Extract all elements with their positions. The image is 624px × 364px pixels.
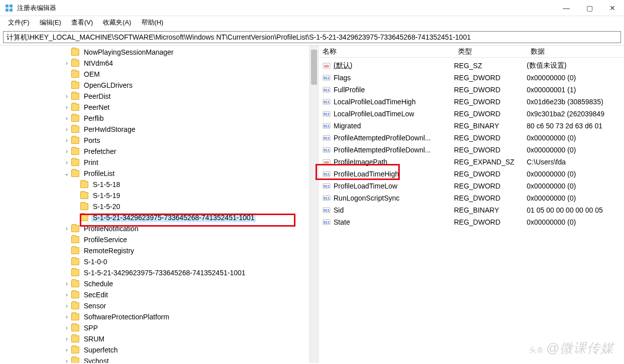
folder-icon	[71, 346, 79, 353]
tree-node[interactable]: S-1-5-18	[0, 179, 309, 190]
value-row[interactable]: 011SidREG_BINARY01 05 00 00 00 00 00 05	[319, 204, 624, 216]
watermark: 头条@微课传媒	[529, 339, 614, 357]
chevron-right-icon[interactable]: ›	[63, 104, 70, 111]
chevron-right-icon[interactable]: ›	[63, 302, 70, 309]
chevron-right-icon[interactable]: ›	[63, 137, 70, 144]
tree-node[interactable]: ›PeerDist	[0, 91, 309, 102]
main-content: NowPlayingSessionManager›NtVdm64OEMOpenG…	[0, 45, 624, 363]
value-row[interactable]: 011MigratedREG_BINARY80 c6 50 73 2d 63 d…	[319, 120, 624, 132]
menu-help[interactable]: 帮助(H)	[136, 17, 169, 28]
close-button[interactable]: ✕	[601, 0, 624, 16]
binary-value-icon: 011	[323, 146, 331, 154]
folder-icon	[71, 49, 79, 56]
maximize-button[interactable]: ▢	[578, 0, 601, 16]
svg-text:011: 011	[324, 88, 330, 92]
tree-node[interactable]: ›NtVdm64	[0, 58, 309, 69]
tree-node[interactable]: ›Sensor	[0, 300, 309, 311]
value-type: REG_BINARY	[454, 206, 527, 214]
value-row[interactable]: 011LocalProfileLoadTimeHighREG_DWORD0x01…	[319, 96, 624, 108]
tree-node[interactable]: ›Perflib	[0, 113, 309, 124]
value-name: ProfileLoadTimeLow	[334, 182, 454, 190]
values-header: 名称 类型 数据	[319, 46, 624, 58]
value-row[interactable]: 011FlagsREG_DWORD0x00000000 (0)	[319, 72, 624, 84]
folder-icon	[71, 71, 79, 78]
tree-node[interactable]: S-1-5-20	[0, 201, 309, 212]
value-data: C:\Users\fda	[527, 158, 624, 166]
tree-node-label: PeerNet	[82, 103, 111, 112]
tree-scrollbar[interactable]	[309, 46, 318, 363]
tree-node[interactable]: OEM	[0, 69, 309, 80]
chevron-right-icon[interactable]: ›	[63, 313, 70, 320]
tree-node[interactable]: NowPlayingSessionManager	[0, 47, 309, 58]
tree-node-label: SecEdit	[82, 290, 109, 299]
value-row[interactable]: 011ProfileAttemptedProfileDownl...REG_DW…	[319, 132, 624, 144]
tree-node[interactable]: ›PerHwIdStorage	[0, 124, 309, 135]
tree-node[interactable]: ›SPP	[0, 322, 309, 333]
column-name[interactable]: 名称	[319, 46, 454, 57]
tree-node[interactable]: ›Superfetch	[0, 344, 309, 355]
values-list[interactable]: ab(默认)REG_SZ(数值未设置)011FlagsREG_DWORD0x00…	[319, 58, 624, 363]
value-row[interactable]: ab(默认)REG_SZ(数值未设置)	[319, 60, 624, 72]
svg-rect-0	[6, 5, 9, 8]
tree-node[interactable]: ›Svchost	[0, 355, 309, 363]
tree-node[interactable]: ›SoftwareProtectionPlatform	[0, 311, 309, 322]
chevron-right-icon[interactable]: ›	[63, 335, 70, 342]
value-row[interactable]: 011ProfileLoadTimeHighREG_DWORD0x0000000…	[319, 168, 624, 180]
tree-node[interactable]: ›Print	[0, 157, 309, 168]
chevron-right-icon[interactable]: ›	[63, 291, 70, 298]
value-row[interactable]: 011LocalProfileLoadTimeLowREG_DWORD0x9c3…	[319, 108, 624, 120]
value-type: REG_DWORD	[454, 86, 527, 94]
value-row[interactable]: 011ProfileLoadTimeLowREG_DWORD0x00000000…	[319, 180, 624, 192]
string-value-icon: ab	[323, 62, 331, 70]
menu-favorites[interactable]: 收藏夹(A)	[98, 17, 136, 28]
chevron-right-icon[interactable]: ›	[63, 93, 70, 100]
tree-node[interactable]: ›SRUM	[0, 333, 309, 344]
tree-node[interactable]: OpenGLDrivers	[0, 80, 309, 91]
value-row[interactable]: 011FullProfileREG_DWORD0x00000001 (1)	[319, 84, 624, 96]
chevron-right-icon[interactable]: ›	[63, 60, 70, 67]
value-data: 0x01d6e23b (30859835)	[527, 98, 624, 106]
tree-node[interactable]: RemoteRegistry	[0, 245, 309, 256]
minimize-button[interactable]: —	[555, 0, 578, 16]
menu-file[interactable]: 文件(F)	[3, 17, 35, 28]
tree-node[interactable]: ›Prefetcher	[0, 146, 309, 157]
menu-view[interactable]: 查看(V)	[66, 17, 98, 28]
chevron-down-icon[interactable]: ⌄	[63, 170, 70, 177]
tree-node[interactable]: ProfileService	[0, 234, 309, 245]
scrollbar-thumb[interactable]	[311, 50, 317, 85]
column-type[interactable]: 类型	[454, 46, 527, 57]
chevron-right-icon[interactable]: ›	[63, 357, 70, 363]
tree-node-label: SPP	[82, 323, 99, 332]
value-row[interactable]: abProfileImagePathREG_EXPAND_SZC:\Users\…	[319, 156, 624, 168]
tree-node[interactable]: S-1-0-0	[0, 256, 309, 267]
registry-tree[interactable]: NowPlayingSessionManager›NtVdm64OEMOpenG…	[0, 46, 309, 363]
menu-edit[interactable]: 编辑(E)	[35, 17, 66, 28]
chevron-right-icon[interactable]: ›	[63, 225, 70, 232]
value-row[interactable]: 011StateREG_DWORD0x00000000 (0)	[319, 216, 624, 228]
value-data: 0x00000000 (0)	[527, 182, 624, 190]
address-bar[interactable]: 计算机\HKEY_LOCAL_MACHINE\SOFTWARE\Microsof…	[3, 31, 621, 43]
folder-icon	[71, 247, 79, 254]
tree-node[interactable]: S-1-5-21-3429623975-733645268-741352451-…	[0, 267, 309, 278]
chevron-right-icon[interactable]: ›	[63, 346, 70, 353]
tree-node[interactable]: ›PeerNet	[0, 102, 309, 113]
value-row[interactable]: 011ProfileAttemptedProfileDownl...REG_DW…	[319, 144, 624, 156]
tree-node[interactable]: S-1-5-21-3429623975-733645268-741352451-…	[0, 212, 309, 223]
tree-node[interactable]: ›ProfileNotification	[0, 223, 309, 234]
chevron-right-icon[interactable]: ›	[63, 324, 70, 331]
tree-node[interactable]: ›Schedule	[0, 278, 309, 289]
tree-node[interactable]: ›Ports	[0, 135, 309, 146]
tree-node[interactable]: ⌄ProfileList	[0, 168, 309, 179]
chevron-right-icon[interactable]: ›	[63, 126, 70, 133]
column-data[interactable]: 数据	[527, 46, 624, 57]
tree-node[interactable]: ›SecEdit	[0, 289, 309, 300]
value-row[interactable]: 011RunLogonScriptSyncREG_DWORD0x00000000…	[319, 192, 624, 204]
tree-node[interactable]: S-1-5-19	[0, 190, 309, 201]
chevron-right-icon[interactable]: ›	[63, 115, 70, 122]
chevron-right-icon[interactable]: ›	[63, 159, 70, 166]
chevron-right-icon[interactable]: ›	[63, 280, 70, 287]
folder-icon	[71, 104, 79, 111]
value-type: REG_EXPAND_SZ	[454, 158, 527, 166]
folder-icon	[71, 236, 79, 243]
chevron-right-icon[interactable]: ›	[63, 148, 70, 155]
